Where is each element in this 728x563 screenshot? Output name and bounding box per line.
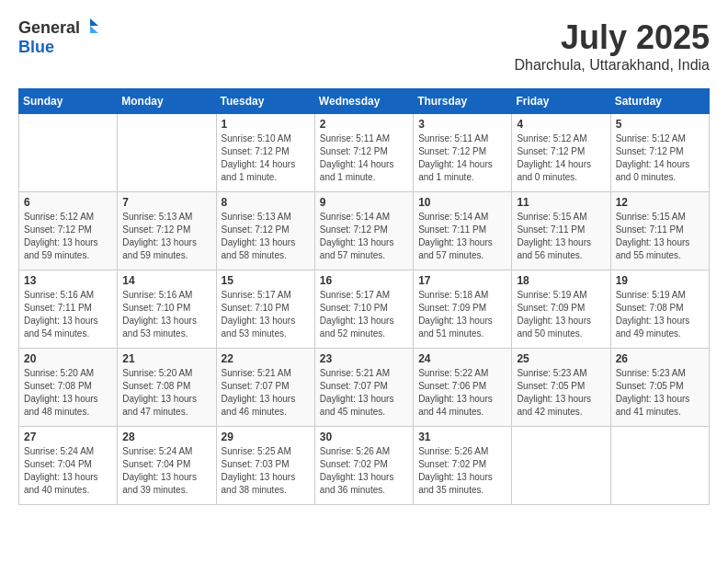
calendar-cell: 1Sunrise: 5:10 AM Sunset: 7:12 PM Daylig… [216,114,314,192]
calendar-cell: 14Sunrise: 5:16 AM Sunset: 7:10 PM Dayli… [118,270,216,349]
page-header: General Blue July 2025 Dharchula, Uttara… [18,18,710,74]
day-number: 31 [418,431,506,443]
logo-flag-icon [82,17,98,37]
day-info: Sunrise: 5:16 AM Sunset: 7:10 PM Dayligh… [122,289,210,340]
calendar-cell: 21Sunrise: 5:20 AM Sunset: 7:08 PM Dayli… [118,349,216,427]
col-monday: Monday [118,89,216,114]
day-number: 20 [24,352,112,365]
week-row-4: 20Sunrise: 5:20 AM Sunset: 7:08 PM Dayli… [19,349,710,427]
calendar-cell: 3Sunrise: 5:11 AM Sunset: 7:12 PM Daylig… [414,114,512,192]
logo-general-text: General [18,18,80,38]
col-thursday: Thursday [414,89,512,114]
calendar-cell: 7Sunrise: 5:13 AM Sunset: 7:12 PM Daylig… [118,192,216,270]
week-row-3: 13Sunrise: 5:16 AM Sunset: 7:11 PM Dayli… [19,270,710,349]
calendar-cell [610,427,709,505]
calendar-cell: 6Sunrise: 5:12 AM Sunset: 7:12 PM Daylig… [19,192,118,270]
logo-blue-text: Blue [18,38,54,56]
day-number: 12 [616,196,704,209]
day-info: Sunrise: 5:13 AM Sunset: 7:12 PM Dayligh… [222,211,310,262]
day-info: Sunrise: 5:18 AM Sunset: 7:09 PM Dayligh… [418,289,506,340]
day-info: Sunrise: 5:12 AM Sunset: 7:12 PM Dayligh… [517,132,605,184]
day-info: Sunrise: 5:22 AM Sunset: 7:06 PM Dayligh… [418,367,506,419]
day-number: 29 [222,431,310,443]
calendar-cell: 4Sunrise: 5:12 AM Sunset: 7:12 PM Daylig… [512,114,610,192]
calendar-cell: 28Sunrise: 5:24 AM Sunset: 7:04 PM Dayli… [118,427,216,505]
calendar-cell: 22Sunrise: 5:21 AM Sunset: 7:07 PM Dayli… [216,349,314,427]
day-number: 14 [122,274,210,287]
day-info: Sunrise: 5:26 AM Sunset: 7:02 PM Dayligh… [320,445,408,497]
day-info: Sunrise: 5:23 AM Sunset: 7:05 PM Dayligh… [517,367,605,419]
day-number: 6 [24,196,112,209]
day-number: 18 [517,274,605,287]
day-number: 16 [320,274,408,287]
col-friday: Friday [512,89,610,114]
month-year-title: July 2025 [514,18,710,57]
calendar-cell: 2Sunrise: 5:11 AM Sunset: 7:12 PM Daylig… [314,114,413,192]
calendar-cell: 16Sunrise: 5:17 AM Sunset: 7:10 PM Dayli… [314,270,413,349]
svg-marker-1 [90,26,98,33]
calendar-cell [118,114,216,192]
col-saturday: Saturday [610,89,709,114]
calendar-cell: 12Sunrise: 5:15 AM Sunset: 7:11 PM Dayli… [610,192,709,270]
day-info: Sunrise: 5:25 AM Sunset: 7:03 PM Dayligh… [222,445,310,497]
day-number: 13 [24,274,112,287]
day-info: Sunrise: 5:19 AM Sunset: 7:09 PM Dayligh… [517,289,605,340]
calendar-cell: 25Sunrise: 5:23 AM Sunset: 7:05 PM Dayli… [512,349,610,427]
day-info: Sunrise: 5:12 AM Sunset: 7:12 PM Dayligh… [616,132,704,184]
calendar-cell: 31Sunrise: 5:26 AM Sunset: 7:02 PM Dayli… [414,427,512,505]
day-number: 27 [24,431,112,443]
day-info: Sunrise: 5:23 AM Sunset: 7:05 PM Dayligh… [616,367,704,419]
day-number: 3 [418,118,506,131]
day-info: Sunrise: 5:11 AM Sunset: 7:12 PM Dayligh… [418,132,506,184]
location-subtitle: Dharchula, Uttarakhand, India [514,57,710,74]
day-info: Sunrise: 5:19 AM Sunset: 7:08 PM Dayligh… [616,289,704,340]
day-number: 1 [222,118,310,131]
day-info: Sunrise: 5:24 AM Sunset: 7:04 PM Dayligh… [122,445,210,497]
calendar-cell: 27Sunrise: 5:24 AM Sunset: 7:04 PM Dayli… [19,427,118,505]
calendar-cell: 5Sunrise: 5:12 AM Sunset: 7:12 PM Daylig… [610,114,709,192]
week-row-5: 27Sunrise: 5:24 AM Sunset: 7:04 PM Dayli… [19,427,710,505]
calendar-cell: 17Sunrise: 5:18 AM Sunset: 7:09 PM Dayli… [414,270,512,349]
day-number: 26 [616,352,704,365]
svg-marker-0 [90,18,98,26]
calendar-cell: 11Sunrise: 5:15 AM Sunset: 7:11 PM Dayli… [512,192,610,270]
day-info: Sunrise: 5:14 AM Sunset: 7:11 PM Dayligh… [418,211,506,262]
day-number: 24 [418,352,506,365]
day-number: 5 [616,118,704,131]
week-row-2: 6Sunrise: 5:12 AM Sunset: 7:12 PM Daylig… [19,192,710,270]
calendar-cell: 9Sunrise: 5:14 AM Sunset: 7:12 PM Daylig… [314,192,413,270]
day-info: Sunrise: 5:15 AM Sunset: 7:11 PM Dayligh… [616,211,704,262]
day-number: 15 [222,274,310,287]
day-number: 10 [418,196,506,209]
day-number: 9 [320,196,408,209]
day-info: Sunrise: 5:12 AM Sunset: 7:12 PM Dayligh… [24,211,112,262]
day-info: Sunrise: 5:21 AM Sunset: 7:07 PM Dayligh… [222,367,310,419]
day-info: Sunrise: 5:24 AM Sunset: 7:04 PM Dayligh… [24,445,112,497]
title-section: July 2025 Dharchula, Uttarakhand, India [514,18,710,74]
calendar-cell: 23Sunrise: 5:21 AM Sunset: 7:07 PM Dayli… [314,349,413,427]
calendar-table: Sunday Monday Tuesday Wednesday Thursday… [18,88,710,505]
day-number: 25 [517,352,605,365]
col-tuesday: Tuesday [216,89,314,114]
day-info: Sunrise: 5:26 AM Sunset: 7:02 PM Dayligh… [418,445,506,497]
calendar-cell: 30Sunrise: 5:26 AM Sunset: 7:02 PM Dayli… [314,427,413,505]
day-number: 23 [320,352,408,365]
day-info: Sunrise: 5:13 AM Sunset: 7:12 PM Dayligh… [122,211,210,262]
calendar-cell: 20Sunrise: 5:20 AM Sunset: 7:08 PM Dayli… [19,349,118,427]
calendar-cell: 13Sunrise: 5:16 AM Sunset: 7:11 PM Dayli… [19,270,118,349]
calendar-cell: 8Sunrise: 5:13 AM Sunset: 7:12 PM Daylig… [216,192,314,270]
day-number: 19 [616,274,704,287]
day-number: 7 [122,196,210,209]
day-info: Sunrise: 5:11 AM Sunset: 7:12 PM Dayligh… [320,132,408,184]
day-info: Sunrise: 5:16 AM Sunset: 7:11 PM Dayligh… [24,289,112,340]
calendar-cell: 18Sunrise: 5:19 AM Sunset: 7:09 PM Dayli… [512,270,610,349]
calendar-cell: 26Sunrise: 5:23 AM Sunset: 7:05 PM Dayli… [610,349,709,427]
day-number: 4 [517,118,605,131]
day-info: Sunrise: 5:20 AM Sunset: 7:08 PM Dayligh… [122,367,210,419]
week-row-1: 1Sunrise: 5:10 AM Sunset: 7:12 PM Daylig… [19,114,710,192]
calendar-cell: 24Sunrise: 5:22 AM Sunset: 7:06 PM Dayli… [414,349,512,427]
day-number: 28 [122,431,210,443]
col-sunday: Sunday [19,89,118,114]
day-info: Sunrise: 5:17 AM Sunset: 7:10 PM Dayligh… [222,289,310,340]
day-number: 22 [222,352,310,365]
